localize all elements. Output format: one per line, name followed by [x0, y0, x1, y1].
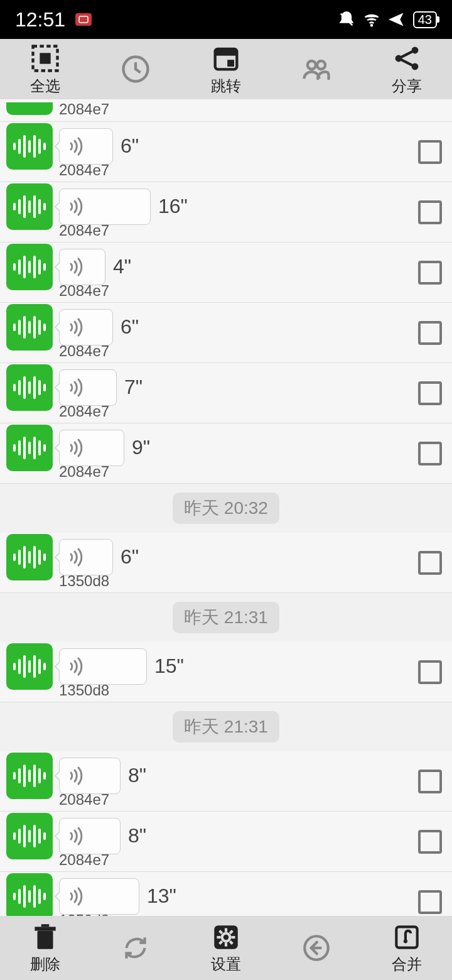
select-checkbox[interactable] [418, 660, 442, 684]
voice-duration: 9" [132, 436, 150, 459]
clock-button[interactable] [90, 53, 181, 85]
voice-avatar-icon [6, 123, 53, 170]
svg-rect-70 [18, 768, 21, 783]
sender-id: 2084e7 [59, 791, 109, 808]
select-checkbox[interactable] [418, 381, 442, 405]
voice-bubble[interactable] [59, 430, 124, 466]
svg-line-103 [220, 941, 222, 944]
share-icon [390, 42, 423, 75]
voice-duration: 7" [124, 376, 143, 399]
voice-bubble[interactable] [59, 188, 151, 225]
voice-bubble[interactable] [59, 758, 121, 794]
voice-avatar-icon [6, 425, 53, 471]
svg-rect-37 [28, 321, 31, 334]
jump-label: 跳转 [211, 76, 241, 96]
svg-rect-32 [38, 259, 41, 275]
voice-message-row[interactable]: 7" 2084e7 [0, 363, 452, 423]
sender-id: 2084e7 [59, 342, 109, 360]
voice-duration: 6" [121, 134, 139, 158]
voice-message-row[interactable]: 8" 2084e7 [0, 751, 452, 812]
svg-point-9 [317, 61, 325, 69]
time-label: 昨天 20:32 [173, 493, 279, 524]
jump-button[interactable]: 跳转 [181, 42, 271, 96]
sender-id: 2084e7 [59, 222, 109, 239]
clock: 12:51 [15, 8, 65, 31]
voice-bubble[interactable] [59, 878, 139, 915]
svg-rect-55 [13, 553, 16, 561]
svg-rect-69 [13, 772, 16, 780]
voice-duration: 6" [121, 315, 139, 339]
voice-message-list[interactable]: 2084e7 6" 2084e7 16" 2084e7 4" 2084e7 [0, 99, 452, 916]
time-divider: 昨天 21:31 [0, 593, 452, 642]
voice-bubble[interactable] [59, 128, 113, 165]
svg-rect-47 [43, 384, 46, 391]
voice-message-row[interactable]: 16" 2084e7 [0, 182, 452, 242]
select-checkbox[interactable] [418, 200, 442, 224]
svg-rect-25 [38, 199, 41, 214]
voice-bubble[interactable] [59, 249, 105, 285]
select-checkbox[interactable] [418, 442, 442, 466]
svg-rect-13 [13, 143, 16, 150]
svg-rect-34 [13, 324, 16, 331]
svg-rect-22 [23, 195, 26, 218]
select-checkbox[interactable] [418, 321, 442, 345]
svg-rect-80 [33, 825, 36, 847]
select-checkbox[interactable] [418, 551, 442, 575]
svg-rect-23 [28, 200, 31, 213]
svg-rect-41 [13, 384, 16, 391]
svg-rect-33 [43, 263, 46, 271]
voice-duration: 13" [147, 885, 176, 908]
voice-message-row[interactable]: 6" 2084e7 [0, 122, 452, 182]
svg-rect-82 [43, 832, 46, 840]
svg-rect-48 [13, 444, 16, 452]
select-checkbox[interactable] [418, 830, 442, 854]
svg-rect-73 [33, 765, 36, 787]
voice-bubble[interactable] [59, 369, 117, 406]
trash-icon [30, 922, 61, 953]
delete-button[interactable]: 删除 [0, 922, 90, 974]
voice-message-row[interactable]: 4" 2084e7 [0, 242, 452, 303]
merge-button[interactable]: 合并 [362, 922, 452, 974]
select-checkbox[interactable] [418, 770, 442, 793]
back-button[interactable] [271, 932, 362, 964]
voice-message-row[interactable]: 13" 1350d8 [0, 872, 452, 916]
voice-bubble[interactable] [59, 539, 113, 575]
voice-message-row[interactable]: 6" 1350d8 [0, 533, 452, 593]
settings-button[interactable]: 设置 [181, 922, 271, 974]
contacts-button[interactable] [271, 53, 362, 85]
voice-message-row[interactable]: 6" 2084e7 [0, 303, 452, 363]
sender-id: 2084e7 [59, 851, 109, 869]
share-label: 分享 [392, 76, 422, 96]
voice-message-row[interactable]: 9" 2084e7 [0, 423, 452, 484]
svg-rect-30 [28, 261, 31, 273]
svg-rect-35 [18, 320, 21, 335]
svg-rect-64 [23, 655, 26, 678]
wifi-icon [363, 11, 380, 28]
svg-rect-16 [28, 140, 31, 153]
voice-bubble[interactable] [59, 818, 121, 854]
voice-message-row[interactable]: 8" 2084e7 [0, 812, 452, 872]
select-checkbox[interactable] [418, 261, 442, 285]
svg-rect-6 [215, 49, 237, 56]
time-label: 昨天 21:31 [173, 711, 279, 743]
svg-rect-24 [33, 195, 36, 218]
voice-bubble[interactable] [59, 648, 147, 685]
refresh-button[interactable] [90, 932, 181, 964]
voice-avatar-icon [6, 102, 53, 115]
select-checkbox[interactable] [418, 140, 442, 164]
share-button[interactable]: 分享 [362, 42, 452, 96]
svg-rect-17 [33, 135, 36, 158]
svg-rect-54 [43, 444, 46, 452]
voice-avatar-icon [6, 753, 53, 799]
svg-point-106 [404, 939, 407, 943]
svg-rect-81 [38, 829, 41, 844]
svg-rect-62 [13, 663, 16, 670]
svg-rect-74 [38, 768, 41, 783]
svg-rect-61 [43, 553, 46, 561]
status-right: 43 [338, 11, 437, 28]
select-all-button[interactable]: 全选 [0, 42, 90, 96]
voice-message-row[interactable]: 15" 1350d8 [0, 642, 452, 702]
voice-avatar-icon [6, 534, 53, 580]
voice-bubble[interactable] [59, 309, 113, 346]
select-checkbox[interactable] [418, 890, 442, 914]
